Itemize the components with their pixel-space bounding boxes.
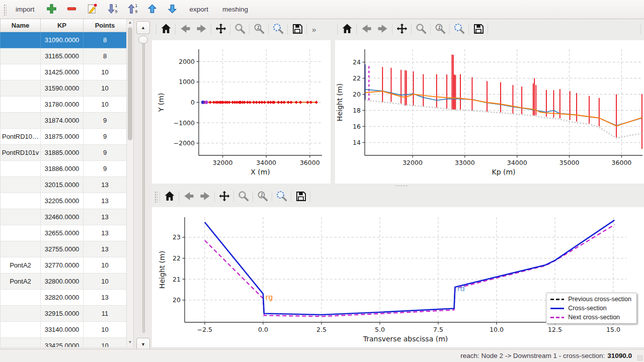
table-row[interactable]: PontA232770.000010 xyxy=(1,257,127,274)
cell-kp[interactable]: 32015.0000 xyxy=(41,177,84,193)
cell-kp[interactable]: 32820.0000 xyxy=(41,290,84,306)
cell-name[interactable] xyxy=(1,161,41,177)
horizontal-splitter[interactable] xyxy=(152,184,644,188)
cell-kp[interactable]: 31885.0000 xyxy=(41,145,84,161)
window-resize-grip[interactable] xyxy=(637,355,643,361)
cell-name[interactable] xyxy=(1,322,41,338)
home-button[interactable] xyxy=(161,189,178,204)
cell-name[interactable] xyxy=(1,338,41,347)
zoom-one-button[interactable]: 1 xyxy=(432,22,448,37)
cell-points[interactable]: 8 xyxy=(84,48,127,64)
forward-button[interactable] xyxy=(197,189,213,204)
zoom-button[interactable] xyxy=(413,22,429,37)
cell-kp[interactable]: 31780.0000 xyxy=(41,97,84,113)
cell-name[interactable] xyxy=(1,64,41,80)
cell-name[interactable] xyxy=(1,32,41,48)
section-slider-track[interactable] xyxy=(142,36,145,333)
plot-toolbar-drag-handle[interactable] xyxy=(154,191,157,203)
column-header-kp[interactable]: KP xyxy=(41,19,84,32)
cell-name[interactable] xyxy=(1,241,41,257)
cell-kp[interactable]: 31886.0000 xyxy=(41,161,84,177)
back-button[interactable] xyxy=(358,22,374,37)
pan-button[interactable] xyxy=(393,22,410,37)
table-row[interactable]: PontRD10…31875.00009 xyxy=(1,129,127,145)
back-button[interactable] xyxy=(177,22,193,37)
cell-kp[interactable]: 32800.0000 xyxy=(41,274,84,290)
cell-points[interactable]: 10 xyxy=(84,338,127,347)
import-button[interactable]: import xyxy=(10,3,41,16)
cell-name[interactable]: PontRD10… xyxy=(1,129,41,145)
cell-points[interactable]: 13 xyxy=(84,177,127,193)
table-row[interactable]: 31165.00008 xyxy=(1,48,127,64)
back-button[interactable] xyxy=(180,189,197,204)
home-button[interactable] xyxy=(157,22,174,37)
table-row[interactable]: 31874.00009 xyxy=(1,113,127,129)
zoom-one-button[interactable]: 1 xyxy=(251,22,267,37)
column-header-points[interactable]: Points xyxy=(84,19,127,32)
zoom-one-button[interactable]: 1 xyxy=(254,189,271,204)
cell-name[interactable] xyxy=(1,225,41,241)
cell-kp[interactable]: 32460.0000 xyxy=(41,209,84,225)
cell-kp[interactable]: 31875.0000 xyxy=(41,129,84,145)
move-up-button[interactable] xyxy=(143,2,162,17)
cell-points[interactable]: 8 xyxy=(84,32,127,48)
sort-descending-button[interactable]: 1 9 xyxy=(103,2,121,17)
cell-name[interactable] xyxy=(1,306,41,322)
scrollbar-down-arrow-icon[interactable]: ▼ xyxy=(127,339,133,345)
cell-name[interactable]: PontRD101v xyxy=(1,145,41,161)
cell-kp[interactable]: 33425.0000 xyxy=(41,338,84,347)
cell-kp[interactable]: 31874.0000 xyxy=(41,113,84,129)
add-cross-section-button[interactable] xyxy=(43,2,61,17)
table-row[interactable]: PontRD101v31885.00009 xyxy=(1,145,127,161)
forward-button[interactable] xyxy=(374,22,391,37)
table-row[interactable]: 33425.000010 xyxy=(1,338,127,347)
cell-kp[interactable]: 31590.0000 xyxy=(41,80,84,97)
plan-view-plot[interactable]: 320003400036000−2000−1000010002000X (m)Y… xyxy=(152,40,331,184)
longitudinal-profile-plot[interactable]: 3200033000340003500036000141618202224Kp … xyxy=(335,40,644,184)
table-row[interactable]: PontA232800.000010 xyxy=(1,274,127,290)
cell-kp[interactable]: 31425.0000 xyxy=(41,64,84,80)
cell-kp[interactable]: 31090.0000 xyxy=(41,32,84,48)
cell-name[interactable] xyxy=(1,48,41,64)
table-row[interactable]: 32460.000013 xyxy=(1,209,127,225)
cell-points[interactable]: 13 xyxy=(84,290,127,306)
cell-kp[interactable]: 31165.0000 xyxy=(41,48,84,64)
cell-name[interactable]: PontA2 xyxy=(1,257,41,274)
table-row[interactable]: 32015.000013 xyxy=(1,177,127,193)
cell-points[interactable]: 13 xyxy=(84,241,127,257)
table-row[interactable]: 32915.000011 xyxy=(1,306,127,322)
zoom-button[interactable] xyxy=(235,189,252,204)
column-header-name[interactable]: Name xyxy=(1,19,41,32)
table-scrollbar[interactable]: ▲ ▼ xyxy=(126,19,133,347)
table-row[interactable]: 31886.00009 xyxy=(1,161,127,177)
forward-button[interactable] xyxy=(193,22,210,37)
cell-kp[interactable]: 32655.0000 xyxy=(41,225,84,241)
cell-points[interactable]: 9 xyxy=(84,129,127,145)
cell-kp[interactable]: 33140.0000 xyxy=(41,322,84,338)
scrollbar-up-arrow-icon[interactable]: ▲ xyxy=(127,20,133,26)
meshing-button[interactable]: meshing xyxy=(216,3,254,16)
table-row[interactable]: 31590.000010 xyxy=(1,80,127,97)
cell-points[interactable]: 10 xyxy=(84,257,127,274)
cross-section-plot[interactable]: −2.50.02.55.07.510.012.515.020212223Tran… xyxy=(152,207,644,347)
cell-points[interactable]: 10 xyxy=(84,274,127,290)
save-button[interactable] xyxy=(292,189,309,204)
sort-ascending-button[interactable]: 1 9 xyxy=(123,2,141,17)
cell-kp[interactable]: 32205.0000 xyxy=(41,193,84,209)
section-slider-handle[interactable] xyxy=(138,36,148,44)
cell-points[interactable]: 13 xyxy=(84,209,127,225)
cell-name[interactable] xyxy=(1,290,41,306)
save-button[interactable] xyxy=(470,22,487,37)
cell-points[interactable]: 9 xyxy=(84,145,127,161)
cell-points[interactable]: 11 xyxy=(84,306,127,322)
table-row[interactable]: 31090.00008 xyxy=(1,32,127,48)
table-row[interactable]: 32755.000013 xyxy=(1,241,127,257)
cell-points[interactable]: 9 xyxy=(84,113,127,129)
cell-name[interactable]: PontA2 xyxy=(1,274,41,290)
zoom-auto-button[interactable] xyxy=(451,22,467,37)
cell-name[interactable] xyxy=(1,177,41,193)
cell-name[interactable] xyxy=(1,193,41,209)
move-down-button[interactable] xyxy=(164,2,182,17)
pan-button[interactable] xyxy=(216,189,232,204)
cell-points[interactable]: 13 xyxy=(84,225,127,241)
